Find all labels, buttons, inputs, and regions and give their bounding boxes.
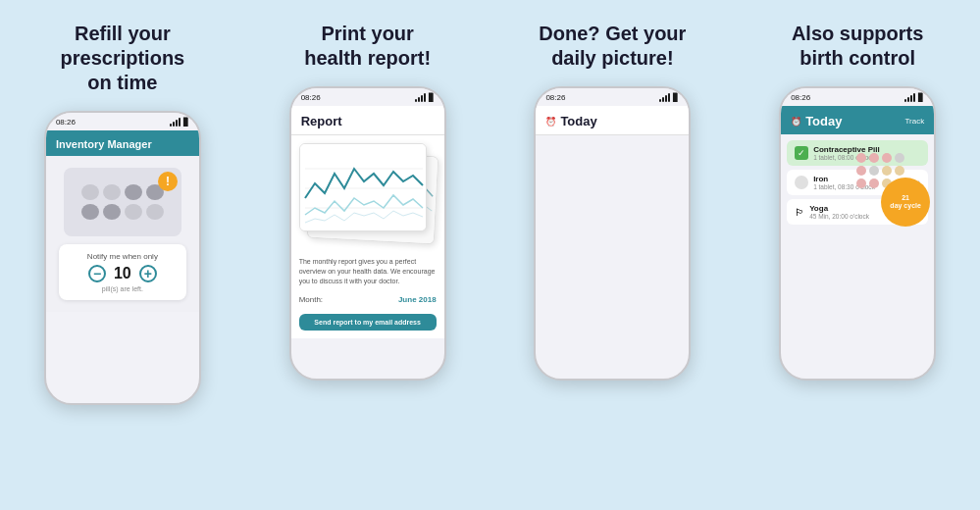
send-report-button[interactable]: Send report to my email address bbox=[299, 314, 437, 331]
mini-pill bbox=[882, 153, 892, 163]
flag-icon-yoga: 🏳 bbox=[795, 207, 804, 218]
screen3-header: ⏰ Today bbox=[536, 106, 689, 135]
month-value: June 2018 bbox=[398, 295, 437, 304]
battery-icon-2: ▊ bbox=[429, 93, 435, 102]
panel-daily-picture: Done? Get yourdaily picture! 08:26 ▊ ⏰ T… bbox=[490, 0, 736, 510]
status-bar-3: 08:26 ▊ bbox=[536, 88, 689, 106]
pill-strip bbox=[81, 184, 164, 220]
panel-birth-control: Also supportsbirth control 08:26 ▊ ⏰ Tod… bbox=[735, 0, 980, 510]
time-2: 08:26 bbox=[301, 93, 321, 102]
report-text: The monthly report gives you a perfect o… bbox=[299, 257, 437, 285]
screen2-body: The monthly report gives you a perfect o… bbox=[291, 135, 444, 338]
check-icon: ✓ bbox=[795, 146, 808, 160]
status-icons-2: ▊ bbox=[415, 93, 435, 102]
time-3: 08:26 bbox=[545, 93, 565, 102]
status-bar-2: 08:26 ▊ bbox=[291, 88, 444, 106]
mini-pill bbox=[882, 166, 892, 176]
month-label: Month: bbox=[299, 295, 323, 304]
cycle-badge: 21 day cycle bbox=[881, 178, 930, 227]
screen1-app-title: Inventory Manager bbox=[56, 138, 189, 150]
notify-card: Notify me when only − 10 + pill(s) are l… bbox=[59, 244, 186, 300]
time-4: 08:26 bbox=[791, 93, 810, 102]
battery-icon: ▊ bbox=[183, 118, 189, 127]
screen4-app-title: Today bbox=[805, 114, 842, 128]
pill-pack-area: 21 day cycle bbox=[856, 153, 930, 227]
pill-1 bbox=[81, 184, 99, 200]
battery-icon-4: ▊ bbox=[918, 93, 924, 102]
status-bar-4: 08:26 ▊ bbox=[781, 88, 934, 106]
phone-screen-2: 08:26 ▊ Report bbox=[289, 86, 446, 381]
mini-pill bbox=[895, 153, 904, 163]
pill-8 bbox=[146, 204, 164, 220]
status-icons-3: ▊ bbox=[659, 93, 679, 102]
signal-icon-4 bbox=[904, 93, 915, 102]
signal-icon-3 bbox=[659, 93, 670, 102]
pill-5 bbox=[81, 204, 99, 220]
cycle-number: 21 bbox=[902, 194, 909, 202]
battery-icon-3: ▊ bbox=[673, 93, 679, 102]
panel-report: Print yourhealth report! 08:26 ▊ Report bbox=[245, 0, 490, 510]
signal-icon-2 bbox=[415, 93, 426, 102]
mini-pill bbox=[869, 166, 879, 176]
pill-image: ! bbox=[64, 168, 181, 236]
time-1: 08:26 bbox=[56, 118, 76, 127]
pill-6 bbox=[103, 204, 121, 220]
decrease-button[interactable]: − bbox=[88, 265, 106, 282]
screen1-header: Inventory Manager bbox=[46, 130, 199, 156]
phone-screen-1: 08:26 ▊ Inventory Manager bbox=[44, 111, 201, 405]
phone-screen-4: 08:26 ▊ ⏰ Today Track ✓ bbox=[779, 86, 936, 381]
track-button[interactable]: Track bbox=[904, 117, 924, 126]
screen3-app-title: Today bbox=[560, 114, 596, 128]
panel4-title: Also supportsbirth control bbox=[792, 22, 923, 71]
screen4-header: ⏰ Today Track bbox=[781, 106, 934, 134]
mini-pill bbox=[856, 153, 866, 163]
warning-badge: ! bbox=[158, 172, 178, 191]
screen2-app-title: Report bbox=[301, 114, 435, 128]
chart-svg-front bbox=[300, 144, 427, 231]
phone-screen-3: 08:26 ▊ ⏰ Today bbox=[534, 86, 691, 381]
chart-stack bbox=[299, 143, 437, 251]
panel3-title: Done? Get yourdaily picture! bbox=[539, 22, 686, 71]
signal-icon bbox=[170, 118, 181, 127]
status-icons-1: ▊ bbox=[170, 118, 189, 127]
panel-refill: Refill yourprescriptionson time 08:26 ▊ … bbox=[0, 0, 245, 510]
mini-pill bbox=[869, 153, 879, 163]
screen4-body: ✓ Contraceptive Pill 1 tablet, 08:00 o'c… bbox=[781, 134, 934, 230]
status-icons-4: ▊ bbox=[904, 93, 924, 102]
screen2-header: Report bbox=[291, 106, 444, 135]
chart-card-front bbox=[299, 143, 427, 231]
mini-pill bbox=[856, 178, 866, 188]
pill-count: 10 bbox=[114, 265, 131, 282]
mini-pill bbox=[895, 166, 904, 176]
pill-3 bbox=[125, 184, 142, 200]
count-row: − 10 + bbox=[71, 265, 175, 282]
status-bar-1: 08:26 ▊ bbox=[46, 113, 199, 130]
increase-button[interactable]: + bbox=[139, 265, 157, 282]
pill-2 bbox=[103, 184, 121, 200]
month-row: Month: June 2018 bbox=[299, 295, 437, 304]
screen1-body: ! Notify me when only − 10 + pill(s) are… bbox=[46, 156, 199, 312]
notify-label: Notify me when only bbox=[71, 252, 175, 261]
mini-pill bbox=[869, 178, 879, 188]
clock-icon-3: ⏰ bbox=[545, 117, 556, 127]
pill-sub-label: pill(s) are left. bbox=[71, 285, 175, 292]
clock-icon-4: ⏰ bbox=[791, 117, 801, 127]
pill-icon-iron bbox=[795, 176, 808, 189]
panel1-title: Refill yourprescriptionson time bbox=[61, 22, 185, 95]
cycle-label: day cycle bbox=[890, 202, 921, 210]
pill-7 bbox=[125, 204, 142, 220]
panel2-title: Print yourhealth report! bbox=[304, 22, 431, 71]
mini-pill bbox=[856, 166, 866, 176]
